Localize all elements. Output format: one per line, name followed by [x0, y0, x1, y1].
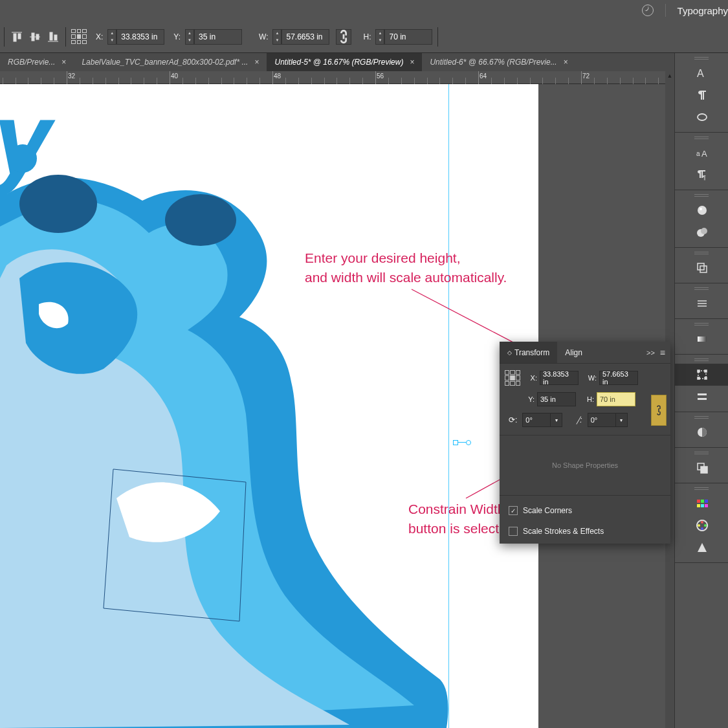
w-label: W: [259, 32, 268, 41]
document-tabs: RGB/Previe...× LabelValue_TVC_bannerAd_8… [0, 53, 674, 71]
right-panel-strip: A aA ¶ [674, 53, 728, 728]
svg-point-47 [698, 524, 700, 527]
svg-rect-8 [54, 35, 57, 40]
layers-panel-icon[interactable] [675, 257, 728, 279]
panel-y-input[interactable]: 35 in [537, 392, 576, 406]
align-bottom-icon[interactable] [46, 30, 60, 44]
transform-panel: ◇Transform Align >> ≡ X: 33.8353 in W: 5… [500, 342, 670, 544]
close-icon[interactable]: × [61, 58, 66, 67]
panel-reference-point[interactable] [505, 370, 520, 386]
graphic-styles-icon[interactable] [675, 221, 728, 243]
shear-icon: ⧸: [577, 415, 582, 425]
x-label: X: [96, 32, 103, 41]
svg-point-44 [701, 521, 703, 524]
help-icon[interactable] [642, 5, 654, 16]
character-panel-icon[interactable]: A [675, 62, 728, 84]
panel-h-label: H: [585, 395, 594, 403]
tab-label: Untitled-6* @ 66.67% (RGB/Previe... [430, 58, 557, 67]
char-styles-icon[interactable]: aA [675, 142, 728, 164]
svg-rect-23 [700, 266, 707, 272]
panel-menu-icon[interactable]: ≡ [660, 347, 665, 358]
scale-strokes-checkbox[interactable] [509, 527, 518, 536]
svg-rect-37 [701, 467, 707, 473]
y-label: Y: [173, 32, 181, 41]
reference-point-grid[interactable] [71, 29, 87, 45]
scroll-up-icon[interactable]: ▲ [665, 71, 674, 80]
w-input[interactable]: ▲▼57.6653 in [272, 29, 329, 45]
h-label: H: [363, 32, 371, 41]
svg-point-19 [700, 208, 702, 210]
svg-rect-4 [32, 33, 34, 41]
document-tab[interactable]: Untitled-6* @ 66.67% (RGB/Previe...× [422, 53, 575, 71]
typography-link[interactable]: Typography [678, 5, 728, 16]
svg-rect-43 [705, 504, 708, 507]
panel-h-input[interactable]: 70 in [597, 392, 635, 406]
swatches-panel-icon[interactable] [675, 492, 728, 514]
transparency-panel-icon[interactable] [675, 421, 728, 443]
tab-label: Untitled-5* @ 16.67% (RGB/Preview) [274, 58, 403, 67]
svg-rect-5 [36, 34, 39, 39]
tab-label: Transform [514, 348, 549, 357]
x-input[interactable]: ▲▼33.8353 in [107, 29, 164, 45]
canvas[interactable]: y [0, 84, 538, 728]
align-tab[interactable]: Align [557, 342, 590, 363]
tab-label: RGB/Previe... [8, 58, 55, 67]
gradient-panel-icon[interactable] [675, 328, 728, 350]
h-input[interactable]: ▲▼70 in [375, 29, 432, 45]
color-panel-icon[interactable] [675, 514, 728, 536]
document-tab-active[interactable]: Untitled-5* @ 16.67% (RGB/Preview)× [267, 53, 422, 71]
align-top-icon[interactable] [10, 30, 24, 44]
document-tab[interactable]: LabelValue_TVC_bannerAd_800x300-02.pdf* … [74, 53, 267, 71]
collapse-icon[interactable]: >> [646, 349, 655, 357]
svg-rect-42 [701, 504, 704, 507]
panel-w-input[interactable]: 57.6653 in [599, 371, 638, 385]
align-vcenter-icon[interactable] [28, 30, 42, 44]
panel-rotate-input[interactable]: 0°▾ [522, 413, 562, 427]
constrain-proportions-icon[interactable] [336, 29, 351, 45]
svg-rect-41 [697, 504, 700, 507]
appearance-panel-icon[interactable] [675, 199, 728, 221]
options-bar: X: ▲▼33.8353 in Y: ▲▼35 in W: ▲▼57.6653 … [0, 21, 728, 53]
panel-shear-input[interactable]: 0°▾ [588, 413, 628, 427]
selection-handle[interactable] [453, 440, 471, 445]
transform-tab[interactable]: ◇Transform [500, 342, 557, 363]
close-icon[interactable]: × [564, 58, 568, 67]
align-panel-icon[interactable] [675, 386, 728, 408]
svg-point-10 [8, 144, 37, 173]
close-icon[interactable]: × [410, 58, 414, 67]
close-icon[interactable]: × [254, 58, 259, 67]
scale-corners-label: Scale Corners [523, 506, 572, 515]
svg-rect-7 [50, 32, 52, 40]
svg-point-12 [165, 194, 236, 246]
pathfinder-panel-icon[interactable] [675, 457, 728, 479]
svg-point-21 [701, 228, 707, 234]
opentype-panel-icon[interactable] [675, 106, 728, 128]
paragraph-panel-icon[interactable] [675, 84, 728, 106]
svg-point-18 [698, 206, 707, 215]
svg-rect-33 [698, 393, 707, 395]
svg-rect-1 [14, 34, 16, 41]
constrain-proportions-button[interactable] [651, 395, 667, 426]
rotate-icon: ⟳: [509, 415, 517, 425]
horizontal-ruler[interactable]: 324048566472 [0, 71, 665, 84]
stroke-panel-icon[interactable] [675, 292, 728, 314]
svg-rect-32 [705, 377, 707, 379]
panel-x-input[interactable]: 33.8353 in [540, 371, 579, 385]
svg-rect-34 [698, 398, 707, 400]
document-tab[interactable]: RGB/Previe...× [0, 53, 74, 71]
color-guide-panel-icon[interactable] [675, 536, 728, 558]
svg-rect-29 [698, 370, 700, 372]
svg-text:¶: ¶ [703, 174, 706, 181]
svg-rect-2 [18, 34, 21, 39]
transform-panel-icon[interactable] [675, 364, 728, 386]
para-styles-icon[interactable]: ¶ [675, 164, 728, 186]
y-input[interactable]: ▲▼35 in [185, 29, 242, 45]
guide-vertical[interactable] [448, 84, 449, 728]
scale-corners-checkbox[interactable] [509, 506, 518, 515]
panel-w-label: W: [588, 374, 597, 382]
svg-rect-39 [701, 500, 704, 503]
svg-text:a: a [696, 150, 700, 157]
svg-rect-30 [705, 370, 707, 372]
svg-rect-22 [698, 263, 704, 270]
svg-marker-48 [698, 543, 707, 552]
